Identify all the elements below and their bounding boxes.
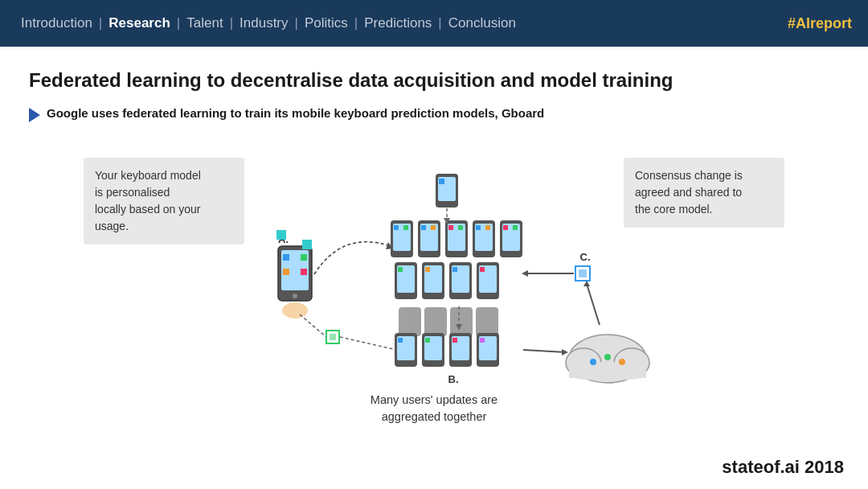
svg-point-69 [590,359,596,365]
svg-rect-19 [458,225,463,230]
svg-rect-36 [452,267,457,272]
svg-point-70 [604,354,611,360]
svg-marker-73 [562,349,568,355]
svg-text:C.: C. [580,251,591,263]
nav-item-politics[interactable]: Politics [300,15,353,31]
nav-sep-5: | [353,15,359,31]
svg-rect-46 [439,179,444,184]
svg-rect-15 [431,225,436,230]
svg-rect-5 [301,254,307,261]
svg-rect-22 [476,225,481,230]
nav-sep-1: | [97,15,104,31]
svg-text:B.: B. [448,373,459,385]
nav-sep-4: | [293,15,300,31]
diagram-area: Your keyboard modelis personalisedlocall… [29,142,839,431]
svg-rect-53 [398,338,403,343]
main-content: Federated learning to decentralise data … [0,47,868,447]
nav-links: Introduction | Research | Talent | Indus… [16,15,521,31]
footer-text: stateof.ai 2018 [722,457,844,478]
svg-rect-11 [403,225,408,230]
svg-rect-62 [480,338,485,343]
svg-rect-41 [424,307,447,336]
svg-line-84 [340,337,393,349]
svg-rect-82 [330,334,336,340]
svg-line-72 [523,350,566,352]
svg-point-3 [282,302,308,318]
svg-rect-18 [448,225,453,230]
svg-point-71 [619,359,625,365]
nav-item-introduction[interactable]: Introduction [16,15,97,31]
svg-rect-27 [513,225,518,230]
nav-item-industry[interactable]: Industry [235,15,293,31]
navbar: Introduction | Research | Talent | Indus… [0,0,868,47]
nav-sep-2: | [175,15,182,31]
box-b-label: Many users' updates areaggregated togeth… [371,392,497,427]
svg-rect-6 [283,269,289,275]
svg-rect-75 [579,269,587,277]
svg-rect-30 [398,267,403,272]
subtitle-block: Google uses federated learning to train … [29,106,839,122]
svg-point-68 [571,372,645,380]
nav-item-predictions[interactable]: Predictions [359,15,436,31]
nav-sep-3: | [228,15,235,31]
svg-point-2 [293,294,297,298]
svg-line-83 [300,314,326,337]
svg-rect-33 [425,267,430,272]
page-title: Federated learning to decentralise data … [29,69,839,92]
svg-line-77 [587,284,600,325]
svg-rect-23 [485,225,490,230]
nav-item-talent[interactable]: Talent [182,15,227,31]
arrow-icon [29,108,40,122]
svg-marker-80 [522,270,528,277]
svg-rect-10 [394,225,399,230]
svg-marker-78 [583,281,590,286]
svg-rect-56 [425,338,430,343]
svg-rect-59 [452,338,457,343]
nav-item-conclusion[interactable]: Conclusion [444,15,521,31]
svg-rect-39 [480,267,485,272]
svg-rect-40 [399,307,421,336]
svg-rect-43 [476,307,498,336]
subtitle-text: Google uses federated learning to train … [47,106,544,120]
svg-rect-26 [503,225,508,230]
svg-rect-7 [301,269,307,275]
svg-rect-42 [450,307,473,336]
svg-rect-14 [421,225,426,230]
nav-sep-6: | [436,15,443,31]
svg-rect-86 [302,240,312,249]
nav-item-research[interactable]: Research [104,15,175,31]
svg-rect-87 [276,230,286,240]
hashtag-label: #AIreport [788,15,852,32]
svg-rect-4 [283,254,289,261]
diagram-svg: A. [29,142,839,431]
